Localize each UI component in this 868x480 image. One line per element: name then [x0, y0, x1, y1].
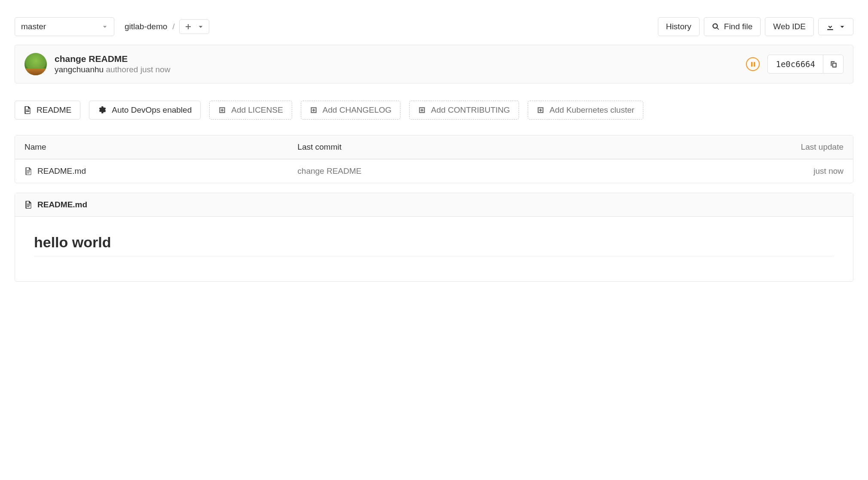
auto-devops-label: Auto DevOps enabled: [112, 105, 192, 115]
breadcrumb: gitlab-demo /: [125, 22, 175, 31]
readme-filename: README.md: [37, 200, 87, 209]
commit-time: just now: [141, 65, 171, 74]
add-license-button[interactable]: Add LICENSE: [209, 101, 292, 120]
copy-sha-button[interactable]: [823, 55, 843, 73]
file-icon: [24, 200, 32, 209]
repo-name[interactable]: gitlab-demo: [125, 22, 167, 31]
readme-link-label: README: [37, 105, 71, 115]
history-button[interactable]: History: [658, 17, 700, 36]
commit-title[interactable]: change README: [55, 54, 738, 64]
col-name: Name: [24, 142, 297, 152]
add-icon: [218, 106, 226, 114]
search-icon: [712, 23, 720, 31]
table-header: Name Last commit Last update: [15, 135, 853, 159]
find-file-button[interactable]: Find file: [704, 17, 761, 36]
plus-icon: [185, 23, 192, 30]
file-last-commit[interactable]: change README: [297, 166, 570, 176]
branch-selector[interactable]: master: [15, 17, 114, 36]
chevron-down-icon: [198, 24, 204, 30]
add-changelog-button[interactable]: Add CHANGELOG: [301, 101, 401, 120]
last-commit-banner: change README yangchuanhu authored just …: [15, 45, 853, 83]
commit-author[interactable]: yangchuanhu: [55, 65, 104, 74]
history-label: History: [666, 22, 691, 31]
file-tree-table: Name Last commit Last update README.md c…: [15, 135, 853, 183]
gear-icon: [98, 106, 107, 114]
download-icon: [826, 23, 834, 31]
add-license-label: Add LICENSE: [231, 105, 283, 115]
find-file-label: Find file: [724, 22, 753, 31]
download-dropdown[interactable]: [818, 18, 853, 35]
col-last-commit: Last commit: [297, 142, 570, 152]
add-dropdown[interactable]: [179, 19, 209, 34]
readme-content: hello world: [15, 217, 853, 281]
web-ide-label: Web IDE: [773, 22, 806, 31]
readme-link[interactable]: README: [15, 101, 80, 120]
file-icon: [24, 167, 32, 175]
chevron-down-icon: [102, 24, 108, 30]
add-contributing-button[interactable]: Add CONTRIBUTING: [409, 101, 519, 120]
project-quick-links: README Auto DevOps enabled Add LICENSE A…: [15, 101, 853, 120]
add-icon: [537, 106, 544, 114]
add-kubernetes-label: Add Kubernetes cluster: [550, 105, 635, 115]
add-icon: [418, 106, 426, 114]
add-contributing-label: Add CONTRIBUTING: [431, 105, 510, 115]
commit-meta: yangchuanhu authored just now: [55, 65, 738, 74]
avatar[interactable]: [24, 53, 47, 75]
breadcrumb-separator: /: [172, 22, 174, 31]
readme-panel: README.md hello world: [15, 193, 853, 282]
branch-name: master: [21, 22, 46, 31]
add-changelog-label: Add CHANGELOG: [323, 105, 392, 115]
pipeline-status-pending-icon[interactable]: [746, 57, 760, 71]
add-icon: [310, 106, 318, 114]
add-kubernetes-button[interactable]: Add Kubernetes cluster: [528, 101, 644, 120]
chevron-down-icon: [839, 24, 845, 30]
file-name: README.md: [37, 166, 86, 176]
file-last-update: just now: [571, 166, 844, 176]
copy-icon: [829, 60, 837, 68]
readme-panel-header: README.md: [15, 193, 853, 217]
authored-label: authored: [106, 65, 138, 74]
commit-sha[interactable]: 1e0c6664: [768, 55, 823, 73]
auto-devops-link[interactable]: Auto DevOps enabled: [89, 101, 201, 120]
file-icon: [24, 106, 31, 114]
web-ide-button[interactable]: Web IDE: [765, 17, 814, 36]
table-row[interactable]: README.md change README just now: [15, 159, 853, 183]
readme-heading: hello world: [34, 234, 834, 256]
col-last-update: Last update: [571, 142, 844, 152]
pause-icon: [751, 62, 755, 67]
commit-sha-box: 1e0c6664: [767, 55, 844, 74]
